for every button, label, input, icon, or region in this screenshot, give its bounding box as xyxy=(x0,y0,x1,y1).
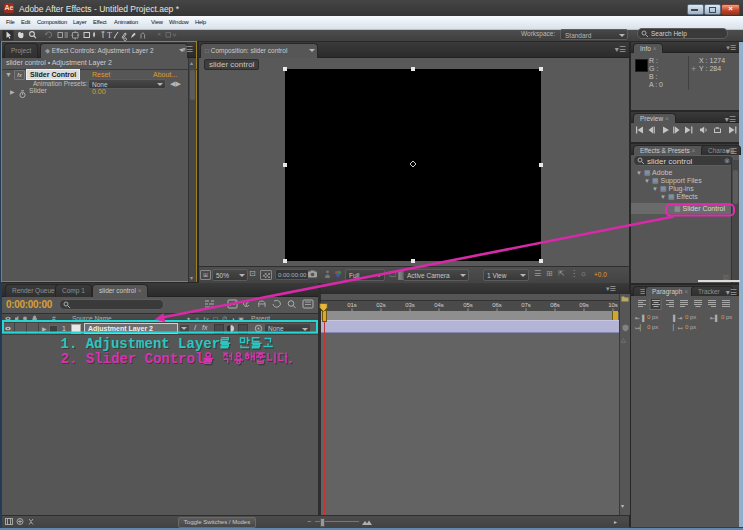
svg-text:1. Adjustment Layer: 1. Adjustment Layer xyxy=(61,336,221,352)
svg-text:2. Slider Control: 2. Slider Control xyxy=(61,351,204,367)
